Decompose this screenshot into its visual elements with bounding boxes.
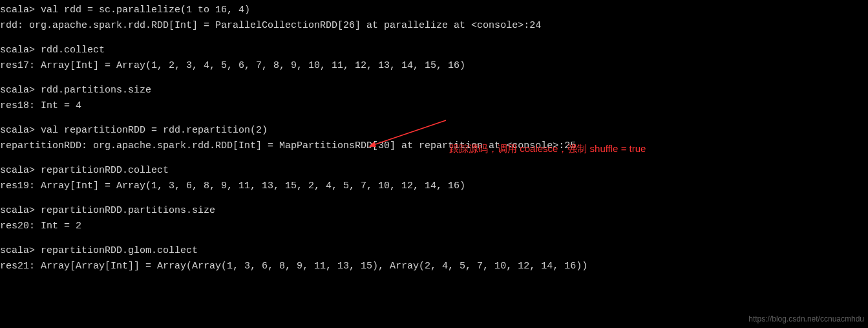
scala-prompt: scala> [0, 5, 35, 16]
output-line: res18: Int = 4 [0, 98, 868, 114]
scala-prompt: scala> [0, 205, 35, 216]
command-text: repartitionRDD.glom.collect [35, 245, 198, 256]
scala-prompt: scala> [0, 85, 35, 96]
terminal-block: scala> rdd.collect res17: Array[Int] = A… [0, 43, 868, 74]
scala-prompt: scala> [0, 125, 35, 136]
terminal-session: scala> val rdd = sc.parallelize(1 to 16,… [0, 3, 868, 274]
command-text: val repartitionRDD = rdd.repartition(2) [35, 125, 268, 136]
terminal-block: scala> repartitionRDD.partitions.size re… [0, 203, 868, 234]
terminal-block: scala> val repartitionRDD = rdd.repartit… [0, 123, 868, 154]
input-line[interactable]: scala> val repartitionRDD = rdd.repartit… [0, 123, 868, 138]
input-line[interactable]: scala> rdd.collect [0, 43, 868, 58]
scala-prompt: scala> [0, 45, 35, 56]
input-line[interactable]: scala> repartitionRDD.partitions.size [0, 203, 868, 219]
output-line: repartitionRDD: org.apache.spark.rdd.RDD… [0, 138, 868, 154]
output-line: res21: Array[Array[Int]] = Array(Array(1… [0, 259, 868, 274]
terminal-block: scala> repartitionRDD.glom.collect res21… [0, 243, 868, 274]
terminal-block: scala> rdd.partitions.size res18: Int = … [0, 83, 868, 114]
input-line[interactable]: scala> repartitionRDD.glom.collect [0, 243, 868, 259]
input-line[interactable]: scala> rdd.partitions.size [0, 83, 868, 98]
output-line: res20: Int = 2 [0, 219, 868, 234]
command-text: rdd.partitions.size [35, 85, 151, 96]
scala-prompt: scala> [0, 245, 35, 256]
input-line[interactable]: scala> val rdd = sc.parallelize(1 to 16,… [0, 3, 868, 18]
watermark-text: https://blog.csdn.net/ccnuacmhdu [748, 313, 864, 325]
scala-prompt: scala> [0, 165, 35, 176]
command-text: val rdd = sc.parallelize(1 to 16, 4) [35, 5, 250, 16]
terminal-block: scala> val rdd = sc.parallelize(1 to 16,… [0, 3, 868, 34]
terminal-block: scala> repartitionRDD.collect res19: Arr… [0, 163, 868, 194]
command-text: rdd.collect [35, 45, 105, 56]
input-line[interactable]: scala> repartitionRDD.collect [0, 163, 868, 179]
output-line: res19: Array[Int] = Array(1, 3, 6, 8, 9,… [0, 179, 868, 194]
command-text: repartitionRDD.partitions.size [35, 205, 215, 216]
annotation-text: 跟踪源码，调用 coalesce，强制 shuffle = true [449, 141, 646, 157]
command-text: repartitionRDD.collect [35, 165, 169, 176]
output-line: rdd: org.apache.spark.rdd.RDD[Int] = Par… [0, 18, 868, 34]
output-line: res17: Array[Int] = Array(1, 2, 3, 4, 5,… [0, 58, 868, 74]
